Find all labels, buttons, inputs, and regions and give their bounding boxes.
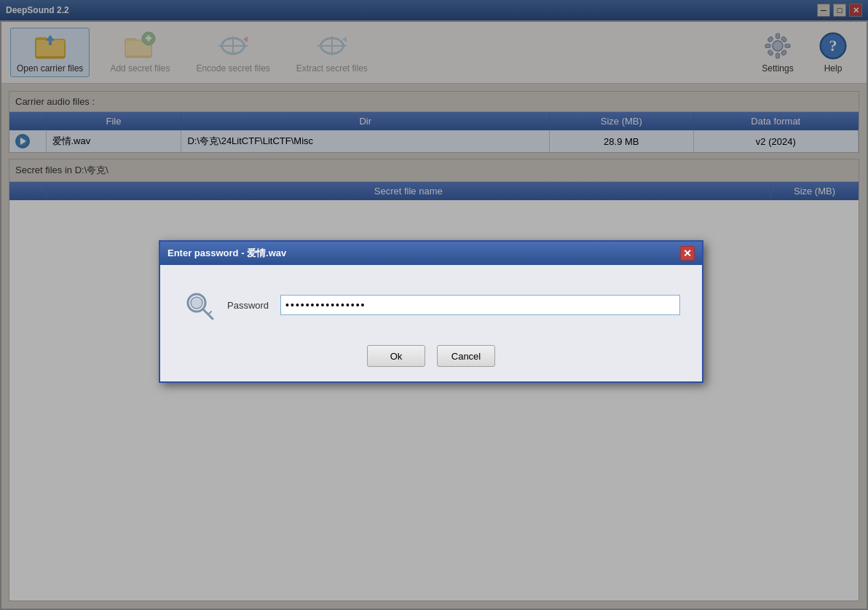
modal-body: Password Ok Cancel	[160, 265, 702, 381]
ok-button[interactable]: Ok	[367, 345, 425, 367]
svg-line-34	[208, 312, 211, 314]
svg-point-32	[191, 297, 202, 309]
modal-close-button[interactable]: ✕	[680, 246, 695, 261]
modal-overlay: Enter password - 爱情.wav ✕ Password	[0, 0, 868, 610]
cancel-button[interactable]: Cancel	[437, 345, 495, 367]
modal-buttons: Ok Cancel	[182, 345, 680, 367]
key-icon	[182, 287, 218, 323]
password-input[interactable]	[280, 295, 680, 315]
password-modal: Enter password - 爱情.wav ✕ Password	[159, 240, 703, 383]
modal-title-bar: Enter password - 爱情.wav ✕	[160, 242, 702, 265]
password-row: Password	[182, 287, 680, 323]
password-label: Password	[227, 300, 269, 311]
modal-title: Enter password - 爱情.wav	[167, 247, 286, 260]
